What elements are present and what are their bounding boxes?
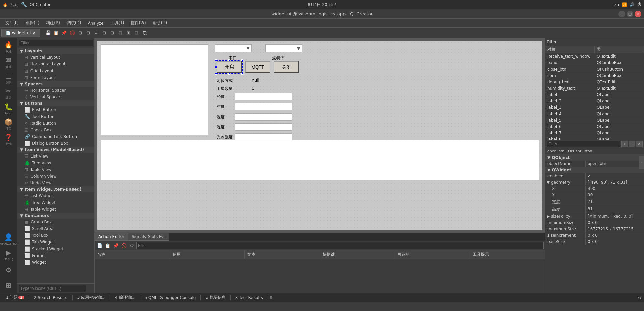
widget-list-view[interactable]: ☰ List View — [17, 153, 94, 160]
activity-pencil[interactable]: ✏ 设计 — [1, 86, 16, 101]
toolbar-btn-11[interactable]: ⊞ — [125, 29, 132, 37]
props-filter-input[interactable] — [547, 141, 620, 147]
toolbar-btn-3[interactable]: 📌 — [60, 29, 68, 37]
prop-section-qobject[interactable]: ▼ QObject — [545, 154, 644, 161]
action-settings-btn[interactable]: ⚙ — [128, 242, 136, 249]
maximize-button[interactable]: □ — [627, 11, 633, 17]
toolbar-btn-6[interactable]: ⊟ — [85, 29, 92, 37]
status-tab-compile[interactable]: 4 编译输出 — [111, 294, 138, 301]
activity-design[interactable]: □ 编辑 — [1, 71, 16, 85]
tab-signals-slots[interactable]: Signals_Slots E... — [128, 233, 169, 241]
status-tab-app-output[interactable]: 3 应用程序输出 — [74, 294, 108, 301]
action-copy-btn[interactable]: 📋 — [104, 242, 111, 249]
widget-widget[interactable]: ⬜ Widget — [17, 259, 94, 266]
widget-vertical-layout[interactable]: ⊟ Vertical Layout — [17, 54, 94, 61]
toolbar-btn-5[interactable]: ⊞ — [77, 29, 84, 37]
toolbar-btn-13[interactable]: 🖼 — [141, 29, 148, 37]
widget-list-widget[interactable]: ☰ List Widget — [17, 192, 94, 199]
menu-tools[interactable]: 工具(T) — [108, 19, 127, 27]
widget-horizontal-layout[interactable]: ⊞ Horizontal Layout — [17, 61, 94, 68]
input-humid[interactable] — [235, 123, 292, 131]
widget-column-view[interactable]: ☰ Column View — [17, 173, 94, 180]
input-lat[interactable] — [235, 103, 292, 110]
widget-form-layout[interactable]: ⊞ Form Layout — [17, 74, 94, 81]
menu-help[interactable]: 帮助(H) — [150, 19, 170, 27]
locate-input[interactable] — [19, 285, 86, 292]
widget-radio-button[interactable]: ⚪ Radio Button — [17, 120, 94, 127]
widget-tree-view[interactable]: 🌲 Tree View — [17, 160, 94, 166]
status-tab-search[interactable]: 2 Search Results — [31, 295, 71, 301]
obj-row[interactable]: comQComboBox — [545, 73, 644, 79]
filter-close-btn[interactable]: ✕ — [636, 141, 643, 147]
activity-project[interactable]: 📦 项目 — [1, 117, 16, 132]
widget-filter-input[interactable] — [19, 40, 93, 46]
menu-build[interactable]: 构建(B) — [43, 19, 63, 27]
obj-row[interactable]: label_7QLabel — [545, 130, 644, 136]
toolbar-btn-1[interactable]: 💾 — [44, 29, 52, 37]
status-tab-test[interactable]: 8 Test Results — [232, 295, 266, 301]
status-tab-qml[interactable]: 5 QML Debugger Console — [141, 295, 199, 301]
widget-command-link[interactable]: 🔗 Command Link Button — [17, 133, 94, 140]
status-tab-overview[interactable]: 6 概要信息 — [202, 294, 229, 301]
toolbar-btn-7[interactable]: ≡ — [93, 29, 100, 37]
action-paste-btn[interactable]: 📌 — [112, 242, 120, 249]
toolbar-btn-12[interactable]: ⊡ — [133, 29, 140, 37]
obj-row[interactable]: close_btnQPushButton — [545, 66, 644, 73]
widget-table-view[interactable]: ⊞ Table View — [17, 166, 94, 173]
section-spacers[interactable]: ▼ Spacers — [17, 81, 94, 87]
activity-welcome[interactable]: 🔥 欢迎 — [1, 40, 16, 54]
obj-row[interactable]: label_3QLabel — [545, 104, 644, 111]
widget-push-button[interactable]: ⬜ Push Button — [17, 106, 94, 113]
obj-row[interactable]: label_2QLabel — [545, 98, 644, 104]
prop-section-qwidget[interactable]: ▼ QWidget — [545, 167, 644, 173]
filter-remove-btn[interactable]: − — [629, 141, 635, 147]
obj-row[interactable]: debug_textQTextEdit — [545, 79, 644, 85]
input-lng[interactable] — [235, 93, 292, 100]
action-new-btn[interactable]: 📄 — [96, 242, 103, 249]
activity-terminal[interactable]: ⊞ — [1, 278, 16, 293]
widget-tab-widget[interactable]: ⬜ Tab Widget — [17, 239, 94, 246]
widget-group-box[interactable]: ▣ Group Box — [17, 219, 94, 225]
mqtt-button[interactable]: MQTT — [245, 61, 270, 73]
combobox-baud-arrow[interactable]: ▼ — [296, 46, 301, 51]
status-right-expand[interactable]: ↔ — [638, 295, 641, 300]
widget-tool-button[interactable]: 🔧 Tool Button — [17, 113, 94, 120]
obj-row[interactable]: label_5QLabel — [545, 117, 644, 124]
obj-row[interactable]: label_8QLabel — [545, 136, 644, 140]
input-temp[interactable] — [235, 113, 292, 121]
right-expand-btn[interactable]: › — [639, 156, 644, 169]
minimize-button[interactable]: ─ — [618, 11, 625, 17]
widget-tree-widget[interactable]: 🌲 Tree Widget — [17, 199, 94, 206]
activity-debug[interactable]: 🐛 Debug — [1, 101, 16, 116]
toolbar-tab-widget[interactable]: 📄 widget.ui ✕ — [1, 29, 40, 37]
toolbar-btn-10[interactable]: ⊠ — [117, 29, 124, 37]
widget-check-box[interactable]: ☑ Check Box — [17, 127, 94, 133]
obj-row[interactable]: Receive_text_windowQTextEdit — [545, 53, 644, 60]
menu-controls[interactable]: 控件(W) — [128, 19, 148, 27]
widget-v-spacer[interactable]: ↕ Vertical Spacer — [17, 94, 94, 100]
receive-text-area[interactable] — [101, 44, 208, 135]
combobox-serial[interactable]: ▼ — [215, 44, 252, 52]
close-button[interactable]: ✕ — [635, 11, 641, 17]
obj-row[interactable]: labelQLabel — [545, 92, 644, 98]
section-buttons[interactable]: ▼ Buttons — [17, 100, 94, 106]
widget-grid-layout[interactable]: ⊞ Grid Layout — [17, 68, 94, 74]
section-item-views[interactable]: ▼ Item Views (Model-Based) — [17, 147, 94, 153]
toolbar-btn-8[interactable]: ⊟ — [101, 29, 108, 37]
widget-dialog-btn-box[interactable]: ⬜ Dialog Button Box — [17, 140, 94, 147]
status-tab-problems[interactable]: 1 问题2 — [3, 294, 28, 301]
close-button[interactable]: 关闭 — [274, 61, 299, 73]
input-light[interactable] — [235, 133, 292, 141]
toolbar-btn-2[interactable]: 📋 — [52, 29, 60, 37]
action-delete-btn[interactable]: 🚫 — [120, 242, 128, 249]
obj-row[interactable]: label_4QLabel — [545, 111, 644, 117]
menu-file[interactable]: 文件(F) — [3, 19, 21, 27]
combobox-serial-arrow[interactable]: ▼ — [245, 46, 251, 51]
widget-table-widget[interactable]: ⊞ Table Widget — [17, 206, 94, 213]
activity-help[interactable]: ❓ 帮助 — [1, 132, 16, 147]
combobox-baud[interactable]: ▼ — [265, 44, 302, 52]
obj-row[interactable]: humidity_textQTextEdit — [545, 85, 644, 92]
activity-settings[interactable]: ⚙ — [1, 263, 16, 277]
activity-edit[interactable]: ✉ 欢迎 — [1, 55, 16, 70]
filter-add-btn[interactable]: + — [621, 141, 628, 147]
